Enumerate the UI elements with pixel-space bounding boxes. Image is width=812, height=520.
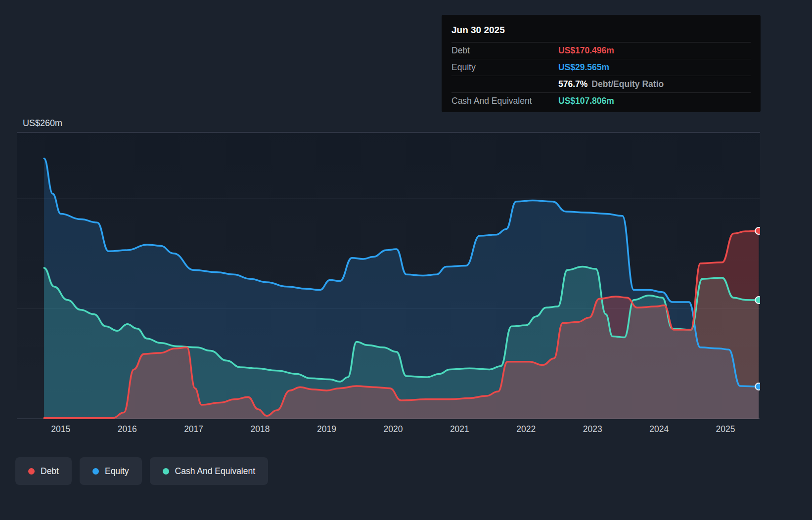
tooltip-row-cash: Cash And Equivalent US$107.806m xyxy=(451,93,751,109)
tooltip-row-debt: Debt US$170.496m xyxy=(451,43,751,59)
tooltip-debt-label: Debt xyxy=(451,45,558,56)
x-tick-2020: 2020 xyxy=(383,424,403,434)
x-tick-2025: 2025 xyxy=(716,424,735,434)
x-tick-2015: 2015 xyxy=(51,424,70,434)
tooltip-row-equity: Equity US$29.565m xyxy=(451,59,751,76)
tooltip-equity-label: Equity xyxy=(451,62,558,73)
equity-dot-icon xyxy=(92,468,99,475)
tooltip-ratio-value: 576.7% xyxy=(558,79,587,89)
chart-tooltip: Jun 30 2025 Debt US$170.496m Equity US$2… xyxy=(442,15,761,112)
tooltip-equity-value: US$29.565m xyxy=(558,62,609,73)
tooltip-debt-value: US$170.496m xyxy=(558,45,614,56)
x-tick-2023: 2023 xyxy=(583,424,602,434)
x-tick-2017: 2017 xyxy=(184,424,203,434)
legend-equity-label: Equity xyxy=(105,466,129,477)
x-tick-2019: 2019 xyxy=(317,424,336,434)
x-tick-2018: 2018 xyxy=(251,424,270,434)
tooltip-row-ratio: 576.7% Debt/Equity Ratio xyxy=(451,76,751,93)
legend-item-equity[interactable]: Equity xyxy=(80,457,142,485)
chart-canvas[interactable] xyxy=(17,132,760,419)
tooltip-cash-label: Cash And Equivalent xyxy=(451,96,558,106)
x-tick-2016: 2016 xyxy=(118,424,137,434)
x-tick-2024: 2024 xyxy=(649,424,669,434)
tooltip-date: Jun 30 2025 xyxy=(451,20,751,43)
chart-legend: Debt Equity Cash And Equivalent xyxy=(15,457,268,485)
legend-debt-label: Debt xyxy=(41,466,59,477)
cash-dot-icon xyxy=(163,468,169,475)
tooltip-cash-value: US$107.806m xyxy=(558,96,614,106)
legend-item-cash[interactable]: Cash And Equivalent xyxy=(150,457,268,485)
debt-dot-icon xyxy=(28,468,35,475)
y-axis-max-label: US$260m xyxy=(23,118,62,129)
legend-cash-label: Cash And Equivalent xyxy=(175,466,255,477)
x-tick-2021: 2021 xyxy=(450,424,469,434)
x-tick-2022: 2022 xyxy=(516,424,536,434)
legend-item-debt[interactable]: Debt xyxy=(15,457,72,485)
tooltip-ratio-label: Debt/Equity Ratio xyxy=(591,79,664,89)
